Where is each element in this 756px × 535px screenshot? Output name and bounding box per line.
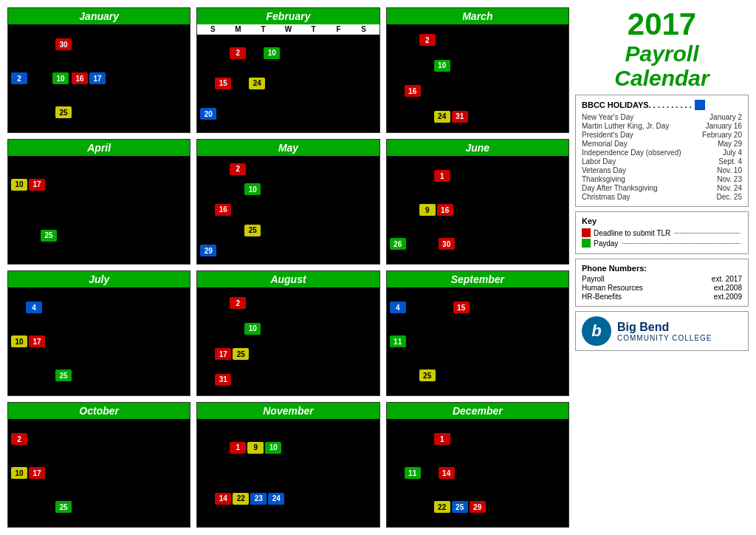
date-row: 25 [11,500,187,514]
month-block-january: January30210161725 [7,7,190,133]
logo-text: Big Bend COMMUNITY COLLEGE [617,321,712,342]
date-row: 29 [200,244,376,257]
month-body-august: 210172531 [197,287,379,395]
date-badge-24: 24 [268,493,284,505]
date-badge-10: 10 [11,467,27,479]
date-row: 222529 [390,500,566,514]
date-row: 1524 [200,77,376,90]
holiday-date: January 16 [706,122,742,130]
holiday-row: New Year's DayJanuary 2 [582,113,742,121]
holiday-name: Labor Day [582,157,616,166]
phone-box: Phone Numbers: Payrollext. 2017Human Res… [575,259,749,307]
date-badge-25: 25 [41,230,57,242]
main-container: January30210161725FebruarySMTWTFS2101524… [0,0,756,535]
date-badge-14: 14 [439,467,455,479]
date-badge-10: 10 [11,335,27,347]
phone-number: ext.2009 [714,293,742,301]
key-square-red [582,228,591,237]
date-badge-10: 10 [264,47,280,59]
date-badge-10: 10 [244,323,261,335]
date-row: 1114 [390,466,566,480]
date-row: 2630 [390,237,566,251]
date-row: 16 [390,84,566,98]
holiday-name: Memorial Day [582,140,628,148]
date-badge-25: 25 [55,106,72,118]
date-badge-14: 14 [215,493,231,505]
date-badge-2: 2 [11,72,27,84]
date-row: 25 [11,229,187,242]
date-row: 916 [390,203,566,217]
title-payroll: Payroll [575,41,749,66]
key-label: Payday [594,239,618,248]
month-header-march: March [387,8,568,24]
month-header-december: December [387,403,568,419]
date-badge-17: 17 [29,335,45,347]
phone-number: ext. 2017 [712,275,742,283]
holidays-list: New Year's DayJanuary 2Martin Luther Kin… [582,113,742,201]
month-block-february: FebruarySMTWTFS210152420 [196,7,379,133]
date-row: 1910 [200,441,376,454]
holiday-name: Christmas Day [582,193,630,201]
month-block-may: May210162529 [196,139,379,265]
month-body-july: 4101725 [8,287,190,395]
key-square-green [582,239,591,248]
date-badge-17: 17 [29,179,45,191]
dow-cell: T [306,25,321,33]
key-label: Deadline to submit TLR [594,229,670,237]
month-body-february: 210152420 [197,35,379,132]
month-body-december: 11114222529 [387,419,568,527]
date-row: 10 [390,59,566,72]
holiday-name: President's Day [582,131,633,139]
month-block-december: December11114222529 [386,402,569,528]
dow-cell: S [205,25,220,33]
date-badge-17: 17 [29,467,45,479]
date-badge-10: 10 [244,183,261,195]
holiday-date: February 20 [702,131,742,139]
date-badge-16: 16 [437,204,453,216]
holidays-box: BBCC HOLIDAYS. . . . . . . . . . New Yea… [575,95,749,207]
holiday-row: Day After ThanksgivingNov. 24 [582,184,742,192]
date-badge-1: 1 [434,170,450,182]
date-badge-26: 26 [390,238,406,250]
date-badge-2: 2 [230,47,246,59]
month-block-july: July4101725 [7,270,190,396]
month-block-june: June19162630 [386,139,569,265]
date-badge-10: 10 [11,179,27,191]
date-badge-24: 24 [434,111,450,123]
holiday-row: Veterans DayNov. 10 [582,166,742,174]
date-row: 1 [390,169,566,183]
date-row: 20 [200,107,376,120]
date-badge-29: 29 [470,501,486,513]
holiday-row: Christmas DayDec. 25 [582,193,742,201]
phone-name: Human Resources [582,284,643,292]
date-badge-10: 10 [52,72,69,84]
date-badge-25: 25 [233,348,249,360]
date-row: 30 [11,38,187,51]
holiday-date: Nov. 23 [717,175,742,183]
date-row: 25 [200,224,376,237]
date-row: 2431 [390,110,566,123]
month-block-october: October2101725 [7,402,190,528]
logo-box: b Big Bend COMMUNITY COLLEGE [575,311,749,351]
date-badge-11: 11 [405,467,421,479]
month-block-april: April101725 [7,139,190,265]
date-badge-2: 2 [419,34,436,46]
date-badge-31: 31 [215,374,231,386]
month-block-march: March210162431 [386,7,569,133]
holiday-date: Nov. 10 [717,166,742,174]
month-header-july: July [8,271,190,287]
logo-name: Big Bend [617,321,712,334]
phone-list: Payrollext. 2017Human Resourcesext.2008H… [582,275,742,301]
key-dots [622,243,740,244]
date-badge-25: 25 [452,501,468,513]
key-list: Deadline to submit TLRPayday [582,228,742,248]
date-row: 10 [200,322,376,335]
phone-row: Payrollext. 2017 [582,275,742,283]
phone-row: HR-Benefitsext.2009 [582,293,742,301]
month-block-september: September4151125 [386,270,569,396]
month-body-march: 210162431 [387,24,568,132]
holiday-name: Day After Thanksgiving [582,184,658,192]
holiday-date: July 4 [723,149,742,157]
date-badge-9: 9 [247,442,264,454]
date-row: 11 [390,335,566,348]
